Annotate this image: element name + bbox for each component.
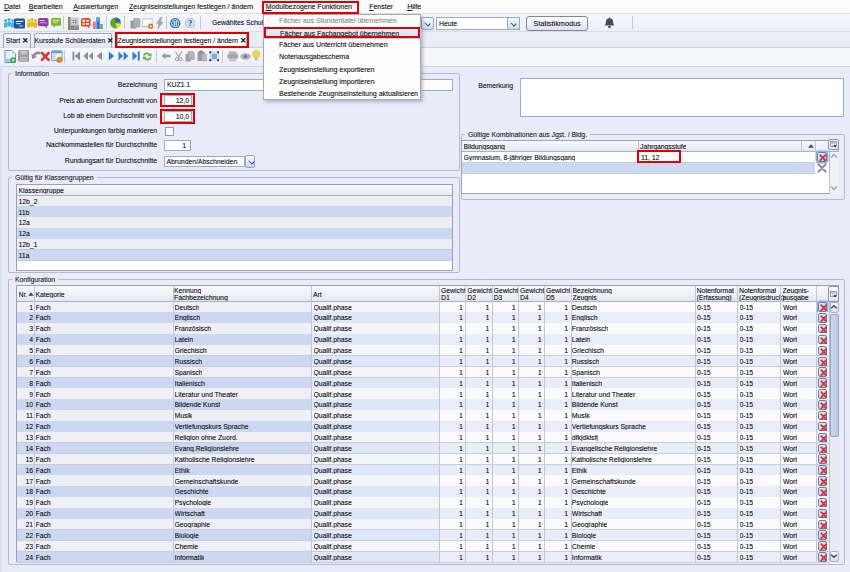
svg-text:?: ? (188, 18, 192, 27)
svg-text:GMS: GMS (70, 26, 78, 30)
